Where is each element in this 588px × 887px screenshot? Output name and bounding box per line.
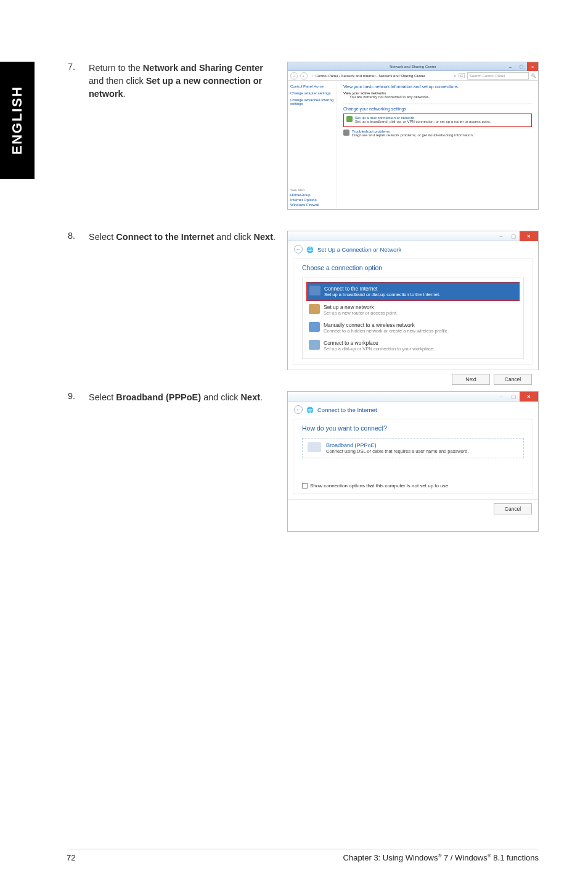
minimize-button[interactable]: –: [495, 231, 507, 241]
option-icon: [309, 322, 320, 332]
option-manual-wireless[interactable]: Manually connect to a wireless network C…: [306, 319, 520, 337]
search-input[interactable]: Search Control Panel: [467, 72, 529, 80]
see-also-firewall[interactable]: Windows Firewall: [290, 203, 319, 207]
option-desc: Set up a new router or access point.: [324, 310, 398, 316]
language-label: ENGLISH: [9, 86, 25, 155]
option-title: Manually connect to a wireless network: [324, 322, 449, 328]
dialog-button-row: Next Cancel: [288, 369, 538, 390]
dialog-header: ← 🌐 Set Up a Connection or Network: [288, 241, 538, 257]
window-titlebar: – ▢ ×: [288, 392, 538, 402]
back-button[interactable]: ‹: [290, 72, 298, 80]
see-also: See also HomeGroup Internet Options Wind…: [290, 188, 319, 207]
step-number: 7.: [68, 62, 89, 210]
dialog-title: Connect to the Internet: [317, 406, 377, 413]
show-options-label: Show connection options that this comput…: [310, 483, 448, 489]
option-icon: [309, 340, 320, 350]
option-title: Broadband (PPPoE): [326, 442, 469, 448]
troubleshoot-icon: [343, 130, 349, 136]
option-title: Set up a new network: [324, 304, 398, 310]
window-titlebar: Network and Sharing Center – ▢ ×: [288, 62, 538, 71]
screenshot-setup-connection-dialog: – ▢ × ← 🌐 Set Up a Connection or Network…: [287, 231, 539, 370]
show-options-checkbox[interactable]: [302, 483, 308, 489]
highlight-connect-internet: Connect to the Internet Set up a broadba…: [306, 282, 520, 301]
see-also-head: See also: [290, 188, 319, 192]
cancel-button[interactable]: Cancel: [494, 503, 532, 514]
search-icon[interactable]: 🔍: [531, 73, 536, 78]
page-footer: 72 Chapter 3: Using Windows® 7 / Windows…: [67, 849, 539, 862]
option-desc: Connect using DSL or cable that requires…: [326, 448, 469, 454]
window-title: Network and Sharing Center: [390, 65, 436, 68]
globe-icon: 🌐: [306, 406, 314, 413]
step-8: 8. Select Connect to the Internet and cl…: [68, 231, 539, 370]
show-options-row: Show connection options that this comput…: [302, 483, 524, 489]
close-button[interactable]: ×: [520, 231, 538, 241]
maximize-button[interactable]: ▢: [507, 392, 520, 402]
step-7: 7. Return to the Network and Sharing Cen…: [68, 62, 539, 210]
step-instruction: Select Broadband (PPPoE) and click Next.: [89, 391, 263, 532]
option-desc: Connect to a hidden network or create a …: [324, 328, 449, 334]
dialog-button-row: Cancel: [288, 499, 538, 519]
cancel-button[interactable]: Cancel: [494, 374, 532, 385]
main-heading: View your basic network information and …: [343, 85, 532, 89]
broadband-icon: [308, 442, 321, 452]
step-number: 9.: [68, 391, 89, 532]
globe-icon: 🌐: [306, 246, 314, 253]
choose-heading: Choose a connection option: [302, 264, 524, 271]
language-tab: ENGLISH: [0, 62, 35, 179]
screenshot-connect-internet-dialog: – ▢ × ← 🌐 Connect to the Internet How do…: [287, 391, 539, 532]
step-instruction: Select Connect to the Internet and click…: [89, 231, 276, 370]
dialog-header: ← 🌐 Connect to the Internet: [288, 402, 538, 418]
minimize-button[interactable]: –: [495, 392, 507, 402]
how-heading: How do you want to connect?: [302, 424, 524, 432]
option-connect-internet[interactable]: Connect to the Internet Set up a broadba…: [307, 283, 519, 300]
option-workplace[interactable]: Connect to a workplace Set up a dial-up …: [306, 337, 520, 355]
option-new-network[interactable]: Set up a new network Set up a new router…: [306, 301, 520, 319]
step-9: 9. Select Broadband (PPPoE) and click Ne…: [68, 391, 539, 532]
next-button[interactable]: Next: [452, 374, 490, 385]
active-networks-note: You are currently not connected to any n…: [349, 95, 532, 99]
window-titlebar: – ▢ ×: [288, 231, 538, 241]
sidebar-item-adapter[interactable]: Change adapter settings: [290, 91, 334, 95]
dialog-title: Set Up a Connection or Network: [317, 246, 401, 253]
option-broadband-pppoe[interactable]: Broadband (PPPoE) Connect using DSL or c…: [302, 438, 524, 458]
footer-chapter: Chapter 3: Using Windows® 7 / Windows® 8…: [343, 853, 539, 862]
step-number: 8.: [68, 231, 89, 370]
maximize-button[interactable]: ▢: [516, 62, 527, 71]
option-title: Connect to a workplace: [324, 340, 435, 346]
setup-connection-desc: Set up a broadband, dial-up, or VPN conn…: [355, 120, 491, 123]
close-button[interactable]: ×: [527, 62, 538, 71]
setup-connection-icon: [346, 116, 353, 122]
option-icon: [309, 286, 321, 295]
see-also-homegroup[interactable]: HomeGroup: [290, 193, 319, 197]
minimize-button[interactable]: –: [505, 62, 516, 71]
breadcrumb[interactable]: Control Panel › Network and Internet › N…: [316, 74, 452, 78]
option-desc: Set up a dial-up or VPN connection to yo…: [324, 346, 435, 352]
maximize-button[interactable]: ▢: [507, 231, 520, 241]
back-button[interactable]: ←: [294, 405, 303, 414]
page-number: 72: [67, 853, 75, 862]
back-button[interactable]: ←: [294, 245, 303, 254]
sidebar-item-home[interactable]: Control Panel Home: [290, 85, 334, 88]
step-instruction: Return to the Network and Sharing Center…: [89, 62, 277, 210]
change-settings-head: Change your networking settings: [343, 107, 532, 111]
option-desc: Set up a broadband or dial-up connection…: [324, 292, 440, 297]
forward-button[interactable]: ›: [300, 72, 308, 80]
option-icon: [309, 304, 320, 314]
address-bar: ‹ › ↑ Control Panel › Network and Intern…: [288, 71, 538, 81]
option-title: Connect to the Internet: [324, 286, 440, 292]
see-also-internet-options[interactable]: Internet Options: [290, 198, 319, 202]
connection-option-list: Connect to the Internet Set up a broadba…: [302, 278, 524, 359]
close-button[interactable]: ×: [520, 392, 538, 402]
up-button[interactable]: ↑: [311, 74, 313, 78]
highlight-setup-connection: Set up a new connection or network Set u…: [343, 113, 532, 127]
screenshot-network-sharing-center: Network and Sharing Center – ▢ × ‹ › ↑: [287, 62, 539, 210]
sidebar-item-sharing[interactable]: Change advanced sharing settings: [290, 98, 334, 105]
troubleshoot-desc: Diagnose and repair network problems, or…: [352, 133, 473, 137]
